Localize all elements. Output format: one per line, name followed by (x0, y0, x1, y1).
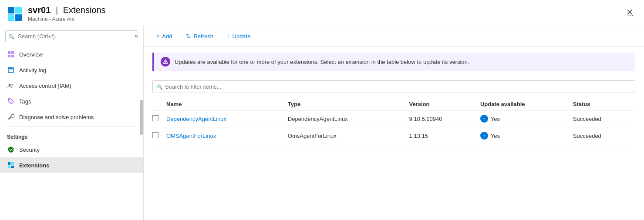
settings-divider (7, 127, 136, 127)
extensions-table: Name Type Version Update available Statu… (152, 98, 635, 144)
sidebar-item-label-tags: Tags (19, 98, 31, 105)
row1-name-link[interactable]: DependencyAgentLinux (166, 116, 226, 122)
sidebar-item-security[interactable]: Security (0, 142, 143, 157)
sidebar-item-overview[interactable]: Overview (0, 47, 143, 62)
table-row: OMSAgentForLinux OmsAgentForLinux 1.13.1… (152, 127, 635, 144)
svg-rect-15 (11, 162, 14, 165)
svg-rect-3 (15, 14, 22, 21)
security-icon (7, 146, 15, 153)
add-icon: + (156, 32, 160, 40)
main-layout: « Overview Activity log (0, 26, 644, 220)
tags-icon (7, 97, 15, 105)
row2-update: ↑ Yes (480, 127, 573, 144)
sidebar-item-label-activity-log: Activity log (19, 67, 46, 73)
alert-banner: Updates are available for one or more of… (152, 53, 635, 71)
svg-rect-17 (11, 166, 14, 168)
filter-row (144, 77, 644, 98)
sidebar-item-activity-log[interactable]: Activity log (0, 62, 143, 78)
update-button[interactable]: ↑ Update (224, 31, 254, 41)
add-button[interactable]: + Add (152, 30, 175, 42)
filter-input-wrapper (152, 80, 635, 93)
settings-section-label: Settings (0, 129, 143, 142)
svg-rect-16 (8, 166, 10, 168)
row2-name-link[interactable]: OMSAgentForLinux (166, 133, 216, 139)
sidebar-item-label-overview: Overview (19, 51, 43, 58)
refresh-button[interactable]: ↻ Refresh (182, 31, 217, 41)
row1-checkbox-cell (152, 110, 166, 127)
row2-version: 1.13.15 (409, 127, 480, 144)
table-wrapper: Name Type Version Update available Statu… (144, 98, 644, 144)
wrench-icon (7, 113, 15, 121)
sidebar-item-label-security: Security (19, 147, 40, 153)
alert-icon (161, 57, 170, 67)
sidebar-item-diagnose[interactable]: Diagnose and solve problems (0, 109, 143, 125)
row1-type: DependencyAgentLinux (288, 110, 409, 127)
sidebar-item-extensions[interactable]: Extensions (0, 157, 143, 173)
svg-rect-4 (8, 51, 10, 54)
row1-name: DependencyAgentLinux (166, 110, 288, 127)
activity-log-icon (7, 66, 15, 74)
sidebar-item-iam[interactable]: Access control (IAM) (0, 78, 143, 93)
col-name: Name (166, 98, 288, 110)
header-title: svr01 | Extensions (28, 5, 620, 15)
header: svr01 | Extensions Machine - Azure Arc .… (0, 0, 644, 26)
iam-icon (7, 82, 15, 90)
sidebar-search-input[interactable] (5, 30, 138, 42)
extensions-icon (7, 161, 15, 169)
svg-rect-5 (11, 51, 14, 54)
row1-update-text: Yes (491, 116, 500, 122)
svg-rect-6 (8, 55, 10, 57)
row1-status: Succeeded (573, 110, 635, 127)
svg-rect-7 (11, 55, 14, 57)
svg-point-20 (165, 63, 165, 63)
row1-update-icon: ↑ (480, 115, 488, 123)
table-row: DependencyAgentLinux DependencyAgentLinu… (152, 110, 635, 127)
sidebar-collapse-button[interactable]: « (135, 32, 138, 39)
col-type: Type (288, 98, 409, 110)
row2-status: Succeeded (573, 127, 635, 144)
overview-icon (7, 50, 15, 58)
sidebar-item-label-diagnose: Diagnose and solve problems (19, 114, 94, 120)
scroll-indicator (140, 100, 143, 135)
row1-version: 9.10.5.10940 (409, 110, 480, 127)
sidebar-search-area (0, 26, 143, 47)
row2-name: OMSAgentForLinux (166, 127, 288, 144)
sidebar-search-wrapper (5, 30, 138, 42)
row2-update-text: Yes (491, 133, 500, 139)
row2-type: OmsAgentForLinux (288, 127, 409, 144)
header-title-block: svr01 | Extensions Machine - Azure Arc (28, 5, 620, 22)
sidebar: « Overview Activity log (0, 26, 144, 220)
svg-rect-14 (8, 162, 10, 165)
app-container: svr01 | Extensions Machine - Azure Arc .… (0, 0, 644, 220)
sidebar-item-tags[interactable]: Tags (0, 93, 143, 109)
svg-point-12 (11, 84, 13, 86)
close-button[interactable]: ✕ (623, 5, 637, 19)
svg-rect-0 (8, 7, 14, 13)
row1-update: ↑ Yes (480, 110, 573, 127)
filter-input[interactable] (152, 80, 635, 93)
svg-rect-10 (9, 70, 13, 70)
alert-text: Updates are available for one or more of… (175, 59, 469, 65)
svg-rect-2 (8, 14, 14, 21)
col-checkbox (152, 98, 166, 110)
refresh-icon: ↻ (186, 33, 191, 40)
sidebar-item-label-extensions: Extensions (19, 162, 49, 169)
col-version: Version (409, 98, 480, 110)
toolbar: + Add ↻ Refresh ↑ Update (144, 26, 644, 47)
row2-update-icon: ↑ (480, 132, 488, 140)
row2-checkbox-cell (152, 127, 166, 144)
header-subtitle: Machine - Azure Arc (28, 16, 620, 22)
col-status: Status (573, 98, 635, 110)
row2-checkbox[interactable] (152, 132, 158, 138)
sidebar-item-label-iam: Access control (IAM) (19, 83, 71, 89)
row1-checkbox[interactable] (152, 115, 158, 121)
col-update: Update available (480, 98, 573, 110)
resource-icon (7, 6, 23, 22)
upload-icon: ↑ (227, 33, 230, 40)
content-area: + Add ↻ Refresh ↑ Update (144, 26, 644, 220)
svg-rect-1 (15, 7, 22, 13)
svg-point-11 (9, 84, 11, 86)
svg-rect-9 (9, 68, 13, 69)
svg-point-13 (9, 100, 10, 100)
